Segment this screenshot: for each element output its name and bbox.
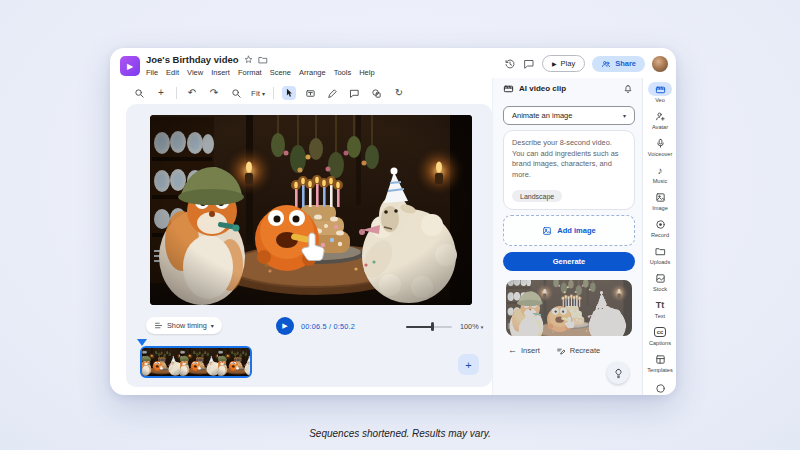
recreate-button[interactable]: Recreate xyxy=(556,345,600,355)
timeline-clip[interactable] xyxy=(140,346,252,378)
share-button[interactable]: Share xyxy=(592,56,645,72)
timecode: 00:06.5 / 0:50.2 xyxy=(301,322,355,331)
chevron-down-icon: ▾ xyxy=(262,90,265,97)
arrow-left-icon: ← xyxy=(508,345,517,355)
move-folder-icon[interactable] xyxy=(258,55,268,65)
rail-item-music[interactable]: ♪ Music xyxy=(643,163,676,184)
right-rail: Veo Avatar Voiceover ♪ Music Image Recor… xyxy=(642,78,676,395)
caret-icon: ▾ xyxy=(481,324,484,330)
vids-logo-icon[interactable]: ▶ xyxy=(120,56,140,76)
timeline-zoom-slider[interactable] xyxy=(406,325,452,328)
rail-item-templates[interactable]: Templates xyxy=(643,352,676,373)
add-image-button[interactable]: Add image xyxy=(503,215,635,246)
veo-icon xyxy=(648,82,672,96)
play-icon: ▶ xyxy=(552,60,557,67)
generated-preview-thumbnail[interactable] xyxy=(506,280,632,336)
shapes-tool-icon[interactable] xyxy=(370,86,384,100)
avatar-icon xyxy=(648,109,672,123)
people-icon xyxy=(601,59,611,69)
toolbar-divider xyxy=(176,87,177,99)
slider-handle[interactable] xyxy=(431,322,434,331)
header-actions: ▶Play Share xyxy=(504,55,668,72)
clip-frame xyxy=(218,348,252,376)
app-window: ▶ Joe's Birthday video File Edit View In… xyxy=(110,48,676,395)
text-box-tool-icon[interactable] xyxy=(304,86,318,100)
rail-item-image[interactable]: Image xyxy=(643,190,676,211)
rail-item-veo[interactable]: Veo xyxy=(643,82,676,103)
menu-help[interactable]: Help xyxy=(359,68,374,77)
fit-zoom-select[interactable]: Fit▾ xyxy=(251,89,265,98)
titlebar: Joe's Birthday video xyxy=(146,54,268,65)
rail-item-text[interactable]: Tt Text xyxy=(643,298,676,319)
reset-rotate-icon[interactable]: ↻ xyxy=(392,86,406,100)
menu-format[interactable]: Format xyxy=(238,68,262,77)
prompt-input[interactable]: Describe your 8-second video. You can ad… xyxy=(503,130,635,210)
rail-item-record[interactable]: Record xyxy=(643,217,676,238)
image-icon xyxy=(648,190,672,204)
select-tool-icon[interactable] xyxy=(282,86,296,100)
menu-arrange[interactable]: Arrange xyxy=(299,68,326,77)
image-icon xyxy=(542,226,552,236)
recreate-icon xyxy=(556,345,566,355)
insert-button[interactable]: ←Insert xyxy=(508,345,540,355)
text-icon: Tt xyxy=(648,298,672,312)
clapperboard-icon xyxy=(503,83,514,94)
show-timing-dropdown[interactable]: Show timing ▾ xyxy=(146,317,222,334)
clip-frame xyxy=(180,348,218,376)
rail-item-captions[interactable]: cc Captions xyxy=(643,325,676,346)
captions-icon: cc xyxy=(648,325,672,339)
notifications-bell-icon[interactable] xyxy=(623,84,633,94)
version-history-icon[interactable] xyxy=(504,58,516,70)
toolbar-divider xyxy=(273,87,274,99)
timeline-play-button[interactable]: ▶ xyxy=(276,317,294,335)
generate-button[interactable]: Generate xyxy=(503,252,635,271)
menu-tools[interactable]: Tools xyxy=(334,68,352,77)
rail-item-avatar[interactable]: Avatar xyxy=(643,109,676,130)
rail-item-voiceover[interactable]: Voiceover xyxy=(643,136,676,157)
disclaimer-caption: Sequences shortened. Results may vary. xyxy=(0,428,800,439)
clip-frame xyxy=(142,348,180,376)
music-icon: ♪ xyxy=(648,163,672,177)
menu-view[interactable]: View xyxy=(187,68,203,77)
ai-video-panel: AI video clip Animate an image ▾ Describ… xyxy=(492,78,642,395)
undo-icon[interactable]: ↶ xyxy=(185,86,199,100)
comment-tool-icon[interactable] xyxy=(348,86,362,100)
comments-icon[interactable] xyxy=(523,58,535,70)
menu-file[interactable]: File xyxy=(146,68,158,77)
menu-insert[interactable]: Insert xyxy=(211,68,230,77)
document-title[interactable]: Joe's Birthday video xyxy=(146,54,239,65)
add-icon[interactable]: + xyxy=(154,86,168,100)
result-actions: ←Insert Recreate xyxy=(508,345,600,355)
timeline-zoom-level[interactable]: 100%▾ xyxy=(460,322,483,331)
search-tool-icon[interactable] xyxy=(132,86,146,100)
menu-edit[interactable]: Edit xyxy=(166,68,179,77)
prompt-placeholder: Describe your 8-second video. You can ad… xyxy=(512,138,626,181)
birthday-scene-image xyxy=(150,115,472,305)
account-avatar[interactable] xyxy=(652,56,668,72)
rail-item-uploads[interactable]: Uploads xyxy=(643,244,676,265)
menu-scene[interactable]: Scene xyxy=(270,68,291,77)
play-button[interactable]: ▶Play xyxy=(542,55,585,72)
pen-tool-icon[interactable] xyxy=(326,86,340,100)
playhead-marker[interactable] xyxy=(137,339,147,346)
stock-media-icon xyxy=(648,271,672,285)
rail-item-stock[interactable]: Stock xyxy=(643,271,676,292)
star-icon[interactable] xyxy=(244,55,253,64)
redo-icon[interactable]: ↷ xyxy=(207,86,221,100)
video-preview-frame[interactable] xyxy=(150,115,472,305)
canvas-toolbar: + ↶ ↷ Fit▾ ↻ xyxy=(132,84,406,102)
chevron-down-icon: ▾ xyxy=(211,322,214,329)
menubar: File Edit View Insert Format Scene Arran… xyxy=(146,68,375,77)
desktop: ▶ Joe's Birthday video File Edit View In… xyxy=(0,0,800,450)
aspect-ratio-chip[interactable]: Landscape xyxy=(512,190,562,202)
lightbulb-icon xyxy=(613,368,624,379)
folder-icon xyxy=(648,244,672,258)
mode-select[interactable]: Animate an image ▾ xyxy=(503,106,635,125)
panel-title: AI video clip xyxy=(519,84,566,93)
rail-item-more[interactable] xyxy=(643,381,676,395)
chevron-down-icon: ▾ xyxy=(623,112,626,119)
ideas-lightbulb-button[interactable] xyxy=(607,362,629,384)
circle-icon xyxy=(648,381,672,395)
add-scene-button[interactable]: + xyxy=(458,354,479,375)
zoom-tool-icon[interactable] xyxy=(229,86,243,100)
